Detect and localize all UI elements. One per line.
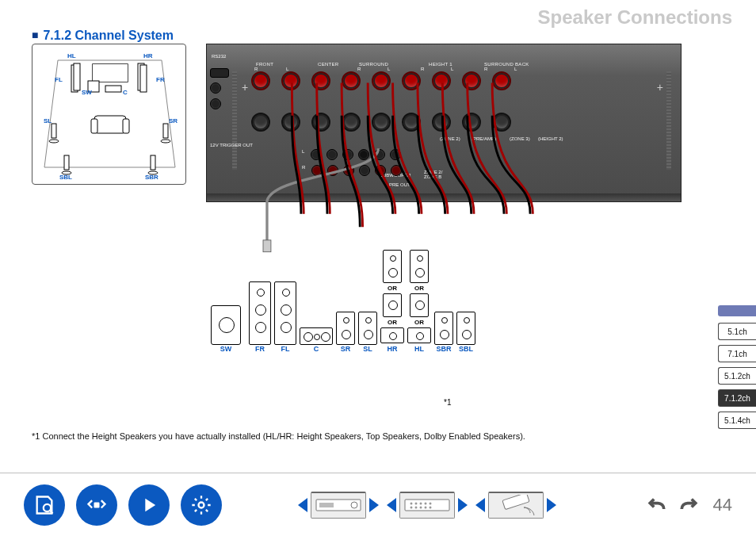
history-nav xyxy=(643,492,702,519)
preout-z2l xyxy=(374,149,385,160)
or-2a: OR xyxy=(414,285,424,292)
term-h1-l-pos xyxy=(432,71,451,90)
tab-5-1-4[interactable]: 5.1.4ch xyxy=(718,412,756,429)
connection-diagram: FRONT CENTER SURROUND HEIGHT 1 SURROUND … xyxy=(206,44,682,408)
preout-sw1 xyxy=(358,149,369,160)
svg-point-29 xyxy=(414,503,417,505)
rl-l-3: L xyxy=(451,67,453,71)
spk-sw-body xyxy=(211,305,241,345)
arrow-left-icon xyxy=(298,498,307,512)
spk-hl-c-body xyxy=(410,293,429,317)
page-title: Speaker Connections xyxy=(538,6,732,29)
spk-fr: FR xyxy=(249,281,271,353)
small-port-2 xyxy=(210,98,221,109)
term-front-r-pos xyxy=(251,71,270,90)
preout-cr xyxy=(327,165,338,176)
preout-R: R xyxy=(302,165,305,176)
label-sw: SW xyxy=(82,89,92,96)
nav-connections-button[interactable] xyxy=(76,484,117,526)
svg-point-23 xyxy=(199,502,204,507)
rl-l-2: L xyxy=(388,67,390,71)
spk-height-r-alt: OR OR HR xyxy=(380,250,404,353)
lbl-zone2b: ZONE 2/ ZONE B xyxy=(424,170,442,179)
device-pager xyxy=(233,492,621,519)
spk-sbr: SBR xyxy=(434,312,453,353)
tab-5-1-2[interactable]: 5.1.2ch xyxy=(718,367,756,385)
preout-row-R: R xyxy=(302,165,402,176)
spk-hl-b-body xyxy=(410,250,429,283)
label-hr: HR xyxy=(143,52,153,59)
svg-rect-8 xyxy=(105,86,121,92)
svg-point-37 xyxy=(429,507,431,509)
term-h1-r-pos xyxy=(402,71,421,90)
lbl-zone3: (ZONE 3) xyxy=(510,136,530,141)
lbl-trigger: 12V TRIGGER OUT xyxy=(210,143,253,147)
svg-rect-2 xyxy=(93,64,128,82)
lbl-preamp: (PRE/AMP) xyxy=(472,136,496,141)
label-sbr: SBR xyxy=(145,174,158,181)
spk-c-body xyxy=(300,327,333,345)
label-sr: SR xyxy=(169,117,178,124)
preout-srr xyxy=(343,165,354,176)
preout-fr xyxy=(311,165,323,176)
term-surr-l-pos xyxy=(372,71,391,90)
svg-point-35 xyxy=(419,507,422,509)
term-h1-r-neg xyxy=(402,113,421,132)
preout-fl xyxy=(311,149,322,160)
svg-point-15 xyxy=(161,140,170,143)
device-seg-2[interactable] xyxy=(387,492,468,519)
play-icon xyxy=(138,494,160,516)
spk-sw: SW xyxy=(206,305,246,353)
spk-fr-lbl: FR xyxy=(255,345,265,353)
device-remote xyxy=(488,492,544,519)
spk-hr-lbl: HR xyxy=(388,345,398,353)
tab-5-1[interactable]: 5.1ch xyxy=(718,323,756,340)
tab-7-1-2[interactable]: 7.1.2ch xyxy=(718,389,756,407)
spk-sl-body xyxy=(358,312,377,345)
tab-7-1[interactable]: 7.1ch xyxy=(718,345,756,362)
spk-sbl: SBL xyxy=(456,312,475,353)
device-seg-3[interactable] xyxy=(475,492,556,519)
spk-sl: SL xyxy=(358,312,377,353)
svg-point-33 xyxy=(410,507,412,509)
undo-icon xyxy=(645,493,669,517)
footnote-text: *1 Connect the Height Speakers you have … xyxy=(32,431,525,441)
room-layout-svg xyxy=(32,44,187,186)
rs232-port xyxy=(210,68,229,78)
svg-point-30 xyxy=(419,503,422,505)
panel-grip-right xyxy=(666,71,671,170)
channel-tab-marker[interactable] xyxy=(718,305,756,316)
label-fl: FL xyxy=(55,76,63,83)
spk-sr-body xyxy=(336,312,355,345)
settings-icon xyxy=(190,494,212,516)
channel-tabs: 5.1ch 7.1ch 5.1.2ch 7.1.2ch 5.1.4ch xyxy=(718,305,756,429)
svg-rect-22 xyxy=(94,502,100,507)
term-surr-r-pos xyxy=(342,71,361,90)
nav-forward-button[interactable] xyxy=(675,492,702,519)
nav-manual-button[interactable] xyxy=(24,484,65,526)
lbl-height2: (HEIGHT 2) xyxy=(538,136,563,141)
spk-hl-lbl: HL xyxy=(414,345,424,353)
receiver-back-panel: FRONT CENTER SURROUND HEIGHT 1 SURROUND … xyxy=(206,44,682,202)
spk-sbr-lbl: SBR xyxy=(436,345,451,353)
arrow-left-icon-3 xyxy=(475,498,485,512)
preout-row-L: L xyxy=(302,149,401,160)
or-1a: OR xyxy=(388,285,397,292)
spk-hl-t-body xyxy=(407,327,431,343)
preout-sbl xyxy=(390,149,401,160)
term-sb-r-neg xyxy=(462,113,481,132)
svg-point-32 xyxy=(429,503,431,505)
svg-point-13 xyxy=(49,140,59,143)
term-surr-l-neg xyxy=(372,113,391,132)
nav-play-button[interactable] xyxy=(128,484,170,526)
preout-srl xyxy=(342,149,353,160)
nav-back-button[interactable] xyxy=(643,492,670,519)
nav-settings-button[interactable] xyxy=(181,484,222,526)
rl-r-2: R xyxy=(357,67,361,71)
room-layout-diagram: HL HR FL FR SW C SL SR SBL SBR xyxy=(32,44,186,185)
term-front-r-neg xyxy=(251,113,270,132)
svg-point-34 xyxy=(414,507,417,509)
arrow-right-icon-2 xyxy=(458,498,468,512)
device-seg-1[interactable] xyxy=(298,492,379,519)
plus-left: + xyxy=(242,81,248,94)
